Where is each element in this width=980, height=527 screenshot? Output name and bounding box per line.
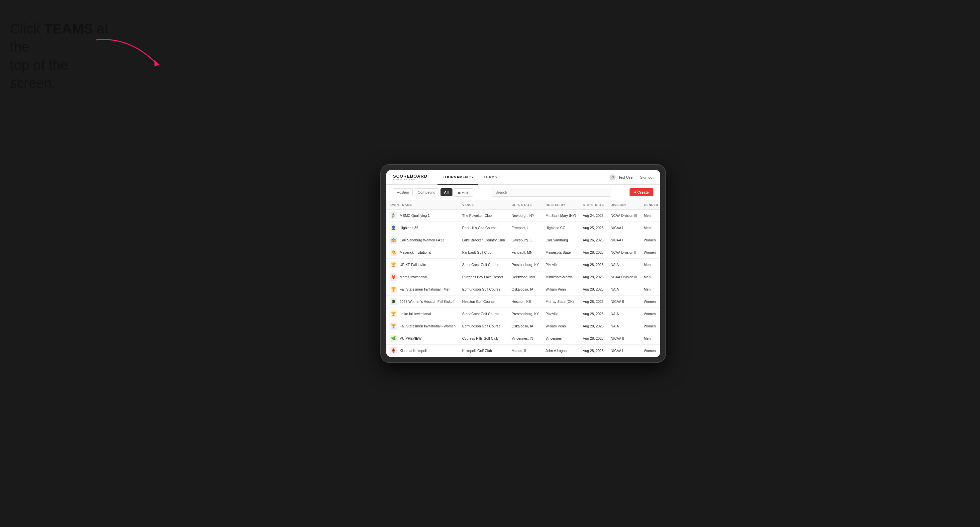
logo-text: SCOREBOARD bbox=[393, 174, 428, 178]
cell-city-state: Marion, IL bbox=[508, 345, 542, 357]
cell-hosted-by: Vincennes bbox=[542, 332, 579, 345]
cell-gender: Women bbox=[641, 295, 660, 308]
table-row: 🏆 Fall Statesmen Invitational - Women Ed… bbox=[387, 320, 660, 332]
event-name: VU PREVIEW bbox=[399, 337, 422, 340]
cell-hosted-by: Murray State (OK) bbox=[542, 295, 579, 308]
cell-division: NAIA bbox=[607, 308, 641, 320]
cell-start-date: Aug 28, 2023 bbox=[579, 246, 607, 259]
cell-event-name: 🏆 upike fall invitational bbox=[387, 308, 459, 320]
filter-all[interactable]: All bbox=[441, 188, 452, 196]
cell-venue: StoneCrest Golf Course bbox=[459, 259, 508, 271]
cell-start-date: Aug 28, 2023 bbox=[579, 271, 607, 283]
event-name: Fall Statesmen Invitational - Women bbox=[399, 324, 455, 328]
team-icon: 🏌️ bbox=[390, 212, 397, 219]
cell-start-date: Aug 28, 2023 bbox=[579, 295, 607, 308]
col-gender: GENDER bbox=[641, 200, 660, 210]
cell-city-state: Hesston, KS bbox=[508, 295, 542, 308]
table-row: 🏺 Klash at Kokopelli Kokopelli Golf Club… bbox=[387, 345, 660, 357]
cell-event-name: 🎓 2023 Women's Hesston Fall Kickoff bbox=[387, 295, 459, 308]
table-row: 🐴 Maverick Invitational Faribault Golf C… bbox=[387, 246, 660, 259]
team-icon: 🏆 bbox=[390, 322, 397, 330]
cell-city-state: Newburgh, NY bbox=[508, 210, 542, 222]
cell-venue: Lake Bracken Country Club bbox=[459, 234, 508, 246]
event-name: Klash at Kokopelli bbox=[399, 349, 427, 352]
cell-gender: Men bbox=[641, 210, 660, 222]
cell-hosted-by: Highland CC bbox=[542, 222, 579, 234]
cell-gender: Men bbox=[641, 222, 660, 234]
cell-venue: StoneCrest Golf Course bbox=[459, 308, 508, 320]
table-row: 🏫 Carl Sandburg Women FA23 Lake Bracken … bbox=[387, 234, 660, 246]
cell-division: NAIA bbox=[607, 320, 641, 332]
event-name: MSMC Qualifying 1 bbox=[399, 214, 430, 217]
cell-gender: Women bbox=[641, 308, 660, 320]
team-icon: 🦊 bbox=[390, 273, 397, 281]
event-name: Maverick Invitational bbox=[399, 251, 431, 254]
cell-hosted-by: Minnesota State bbox=[542, 246, 579, 259]
table-row: 🌿 VU PREVIEW Cypress Hills Golf Club Vin… bbox=[387, 332, 660, 345]
table-row: 🏆 Fall Statesmen Invitational - Men Edmu… bbox=[387, 283, 660, 295]
cell-hosted-by: William Penn bbox=[542, 283, 579, 295]
cell-event-name: 👤 Highland 36 bbox=[387, 222, 459, 234]
team-icon: 🎓 bbox=[390, 298, 397, 305]
top-bar-right: ⚙ Test User | Sign out bbox=[609, 175, 654, 180]
col-hosted-by: HOSTED BY bbox=[542, 200, 579, 210]
cell-start-date: Aug 24, 2023 bbox=[579, 210, 607, 222]
table-row: 🏌️ MSMC Qualifying 1 The Powelton Club N… bbox=[387, 210, 660, 222]
cell-division: NAIA bbox=[607, 283, 641, 295]
cell-hosted-by: Pikeville bbox=[542, 259, 579, 271]
event-name: Highland 36 bbox=[399, 226, 418, 230]
cell-venue: Faribault Golf Club bbox=[459, 246, 508, 259]
toolbar: Hosting Competing All ☰ Filter + Create bbox=[387, 185, 660, 200]
cell-division: NICAA I bbox=[607, 222, 641, 234]
cell-division: NCAA Division III bbox=[607, 210, 641, 222]
cell-gender: Men bbox=[641, 283, 660, 295]
cell-division: NICAA I bbox=[607, 234, 641, 246]
settings-icon[interactable]: ⚙ bbox=[609, 175, 616, 180]
team-icon: 🌿 bbox=[390, 335, 397, 342]
event-name: UPIKE Fall Invite bbox=[399, 263, 426, 267]
filter-button[interactable]: ☰ Filter bbox=[454, 188, 474, 197]
table-row: 🎓 2023 Women's Hesston Fall Kickoff Hess… bbox=[387, 295, 660, 308]
user-name: Test User bbox=[618, 175, 633, 179]
team-icon: 🏺 bbox=[390, 347, 397, 354]
team-icon: 🏆 bbox=[390, 286, 397, 293]
event-name: 2023 Women's Hesston Fall Kickoff bbox=[399, 300, 455, 303]
table-row: 🏆 UPIKE Fall Invite StoneCrest Golf Cour… bbox=[387, 259, 660, 271]
col-city-state: CITY, STATE bbox=[508, 200, 542, 210]
cell-division: NICAA II bbox=[607, 295, 641, 308]
table-row: 👤 Highland 36 Park Hills Golf Course Fre… bbox=[387, 222, 660, 234]
cell-start-date: Aug 28, 2023 bbox=[579, 308, 607, 320]
cell-venue: Park Hills Golf Course bbox=[459, 222, 508, 234]
table-header: EVENT NAME VENUE CITY, STATE HOSTED BY S… bbox=[387, 200, 660, 210]
cell-venue: Edmundson Golf Course bbox=[459, 320, 508, 332]
tournaments-table: EVENT NAME VENUE CITY, STATE HOSTED BY S… bbox=[387, 200, 660, 357]
cell-hosted-by: William Penn bbox=[542, 320, 579, 332]
tab-teams[interactable]: TEAMS bbox=[478, 170, 503, 185]
search-input[interactable] bbox=[492, 188, 611, 197]
cell-gender: Men bbox=[641, 332, 660, 345]
cell-city-state: Faribault, MN bbox=[508, 246, 542, 259]
cell-hosted-by: John A Logan bbox=[542, 345, 579, 357]
filter-competing[interactable]: Competing bbox=[414, 188, 439, 196]
create-button[interactable]: + Create bbox=[630, 188, 654, 196]
cell-city-state: Vincennes, IN bbox=[508, 332, 542, 345]
col-division: DIVISION bbox=[607, 200, 641, 210]
event-name: Carl Sandburg Women FA23 bbox=[399, 238, 444, 242]
instruction-bold: TEAMS bbox=[44, 21, 93, 37]
divider: | bbox=[636, 175, 638, 179]
sign-out-link[interactable]: Sign out bbox=[640, 175, 654, 179]
cell-event-name: 🏺 Klash at Kokopelli bbox=[387, 345, 459, 357]
cell-division: NAIA bbox=[607, 259, 641, 271]
cell-division: NICAA II bbox=[607, 332, 641, 345]
tab-tournaments[interactable]: TOURNAMENTS bbox=[438, 170, 478, 185]
cell-hosted-by: Carl Sandburg bbox=[542, 234, 579, 246]
cell-division: NCAA Division II bbox=[607, 246, 641, 259]
cell-division: NICAA I bbox=[607, 345, 641, 357]
cell-gender: Men bbox=[641, 271, 660, 283]
cell-event-name: 🏌️ MSMC Qualifying 1 bbox=[387, 210, 459, 222]
cell-event-name: 🏆 UPIKE Fall Invite bbox=[387, 259, 459, 271]
cell-venue: The Powelton Club bbox=[459, 210, 508, 222]
col-venue: VENUE bbox=[459, 200, 508, 210]
cell-city-state: Oskaloosa, IA bbox=[508, 320, 542, 332]
filter-hosting[interactable]: Hosting bbox=[393, 188, 413, 196]
